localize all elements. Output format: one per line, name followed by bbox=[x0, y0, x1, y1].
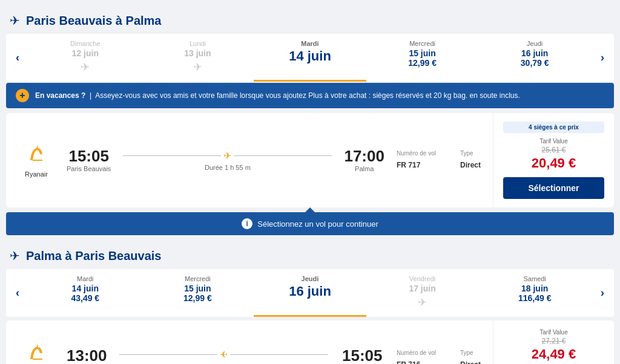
promo-banner: + En vacances ? | Asseyez-vous avec vos … bbox=[6, 83, 614, 108]
date-day: Mercredi bbox=[370, 40, 475, 47]
flight-info-2: Numéro de vol FR 716 Type Direct bbox=[397, 348, 481, 364]
date-price: 116,49 € bbox=[482, 293, 587, 303]
date-day: Mardi bbox=[33, 275, 138, 282]
date-day: Samedi bbox=[482, 275, 587, 282]
depart-block-2: 13:00 Palma bbox=[67, 348, 107, 365]
plane-icon-2: ✈ bbox=[10, 249, 20, 263]
route-dash bbox=[230, 354, 328, 355]
flight-num-label-2: Numéro de vol bbox=[397, 348, 436, 359]
section2-header: ✈ Palma à Paris Beauvais bbox=[6, 241, 614, 269]
date-item-2-1[interactable]: Mardi 14 juin 43,49 € bbox=[29, 269, 142, 317]
date-next-2[interactable]: › bbox=[591, 269, 614, 317]
airline-name-1: Ryanair bbox=[25, 171, 48, 178]
depart-time-1: 15:05 bbox=[67, 148, 111, 164]
date-day: Jeudi bbox=[482, 40, 587, 47]
flight-num-val: FR 717 bbox=[397, 159, 436, 172]
date-price: 12,99 € bbox=[145, 293, 251, 303]
seats-badge-1: 4 sièges à ce prix bbox=[503, 122, 604, 133]
no-price-icon: ✈ bbox=[33, 60, 138, 74]
flight-price-panel-1: 4 sièges à ce prix Tarif Value 25,61 € 2… bbox=[493, 113, 614, 207]
depart-time-2: 13:00 bbox=[67, 348, 107, 363]
date-day: Mercredi bbox=[145, 275, 251, 282]
section2-title: Palma à Paris Beauvais bbox=[26, 249, 161, 263]
tarif-label-1: Tarif Value bbox=[539, 138, 568, 145]
airline-logo-1: Ryanair bbox=[18, 143, 54, 178]
final-price-1: 20,49 € bbox=[532, 155, 576, 171]
date-num: 14 juin bbox=[257, 48, 363, 64]
date-num: 18 juin bbox=[482, 284, 587, 293]
date-day: Lundi bbox=[145, 40, 251, 47]
route-dash bbox=[123, 155, 221, 156]
date-item-1-3[interactable]: Mardi 14 juin bbox=[254, 34, 366, 82]
date-item-2-4[interactable]: Vendredi 17 juin ✈ bbox=[366, 269, 479, 317]
flight-card-2: Ryanair 13:00 Palma ✈ Durée 2 h 5 m 15:0… bbox=[6, 320, 614, 364]
date-row-2: ‹ Mardi 14 juin 43,49 € Mercredi 15 juin… bbox=[6, 269, 614, 317]
duration-1: Durée 1 h 55 m bbox=[205, 164, 251, 171]
promo-text: En vacances ? | Asseyez-vous avec vos am… bbox=[35, 91, 520, 100]
flight-num-label: Numéro de vol bbox=[397, 148, 436, 159]
date-price: 30,79 € bbox=[482, 58, 587, 68]
route-plane-icon-2: ✈ bbox=[220, 349, 228, 360]
flight-num-col-2: Numéro de vol FR 716 bbox=[397, 348, 436, 364]
date-num: 15 juin bbox=[370, 48, 475, 58]
flight-label-row: Numéro de vol FR 717 Type Direct bbox=[397, 148, 481, 172]
route-plane-icon: ✈ bbox=[223, 150, 231, 161]
date-num: 17 juin bbox=[370, 284, 475, 293]
original-price-1: 25,61 € bbox=[541, 146, 566, 154]
depart-block-1: 15:05 Paris Beauvais bbox=[67, 148, 111, 172]
date-day: Mardi bbox=[257, 40, 363, 47]
date-num: 16 juin bbox=[482, 48, 587, 58]
flight-num-val-2: FR 716 bbox=[397, 359, 436, 364]
date-day: Vendredi bbox=[370, 275, 475, 282]
route-dash bbox=[234, 155, 332, 156]
route-line-1: ✈ bbox=[123, 150, 332, 161]
arrive-block-2: 15:05 Paris Beauvais bbox=[340, 348, 384, 365]
date-price: 43,49 € bbox=[33, 293, 138, 303]
arrive-block-1: 17:00 Palma bbox=[344, 148, 384, 172]
final-price-2: 24,49 € bbox=[532, 346, 576, 362]
main-container: ✈ Paris Beauvais à Palma ‹ Dimanche 12 j… bbox=[6, 6, 614, 364]
flight-type-label: Type bbox=[460, 148, 481, 159]
date-num: 14 juin bbox=[33, 284, 138, 293]
date-day: Dimanche bbox=[33, 40, 138, 47]
date-prev-1[interactable]: ‹ bbox=[6, 34, 29, 82]
date-item-1-1[interactable]: Dimanche 12 juin ✈ bbox=[29, 34, 142, 82]
flight-route-2: ✈ Durée 2 h 5 m bbox=[119, 349, 328, 364]
plane-icon-1: ✈ bbox=[10, 13, 20, 28]
flight-type-val: Direct bbox=[460, 159, 481, 172]
date-item-2-3[interactable]: Jeudi 16 juin bbox=[254, 269, 366, 317]
plus-icon: + bbox=[16, 89, 29, 102]
flight-type-col: Type Direct bbox=[460, 148, 481, 172]
date-num: 15 juin bbox=[145, 284, 251, 293]
airline-logo-2: Ryanair bbox=[18, 342, 54, 364]
flight-type-val-2: Direct bbox=[460, 359, 481, 364]
date-item-1-2[interactable]: Lundi 13 juin ✈ bbox=[142, 34, 254, 82]
date-item-1-4[interactable]: Mercredi 15 juin 12,99 € bbox=[366, 34, 479, 82]
select-button-1[interactable]: Sélectionner bbox=[503, 177, 604, 199]
date-row-1: ‹ Dimanche 12 juin ✈ Lundi 13 juin ✈ Mar… bbox=[6, 34, 614, 82]
flight-type-label-2: Type bbox=[460, 348, 481, 359]
route-line-2: ✈ bbox=[119, 349, 328, 360]
no-price-icon-2: ✈ bbox=[370, 296, 475, 309]
section1-title: Paris Beauvais à Palma bbox=[26, 14, 161, 28]
flight-info-1: Numéro de vol FR 717 Type Direct bbox=[397, 148, 481, 172]
flight-num-col: Numéro de vol FR 717 bbox=[397, 148, 436, 172]
original-price-2: 27,21 € bbox=[541, 337, 566, 345]
no-price-icon: ✈ bbox=[145, 60, 251, 74]
date-next-1[interactable]: › bbox=[591, 34, 614, 82]
arrive-time-1: 17:00 bbox=[344, 148, 384, 164]
notify-text: Sélectionnez un vol pour continuer bbox=[257, 219, 378, 229]
date-item-1-5[interactable]: Jeudi 16 juin 30,79 € bbox=[478, 34, 591, 82]
date-prev-2[interactable]: ‹ bbox=[6, 269, 29, 317]
date-item-2-2[interactable]: Mercredi 15 juin 12,99 € bbox=[142, 269, 254, 317]
date-num: 13 juin bbox=[145, 48, 251, 58]
info-icon: i bbox=[242, 218, 252, 229]
section1-header: ✈ Paris Beauvais à Palma bbox=[6, 6, 614, 34]
arrive-time-2: 15:05 bbox=[340, 348, 384, 363]
date-item-2-5[interactable]: Samedi 18 juin 116,49 € bbox=[478, 269, 591, 317]
date-day: Jeudi bbox=[257, 275, 363, 282]
flight-main-1: Ryanair 15:05 Paris Beauvais ✈ Durée 1 h… bbox=[6, 113, 493, 207]
flight-card-1: Ryanair 15:05 Paris Beauvais ✈ Durée 1 h… bbox=[6, 113, 614, 207]
depart-place-1: Paris Beauvais bbox=[67, 165, 111, 172]
flight-label-row-2: Numéro de vol FR 716 Type Direct bbox=[397, 348, 481, 364]
